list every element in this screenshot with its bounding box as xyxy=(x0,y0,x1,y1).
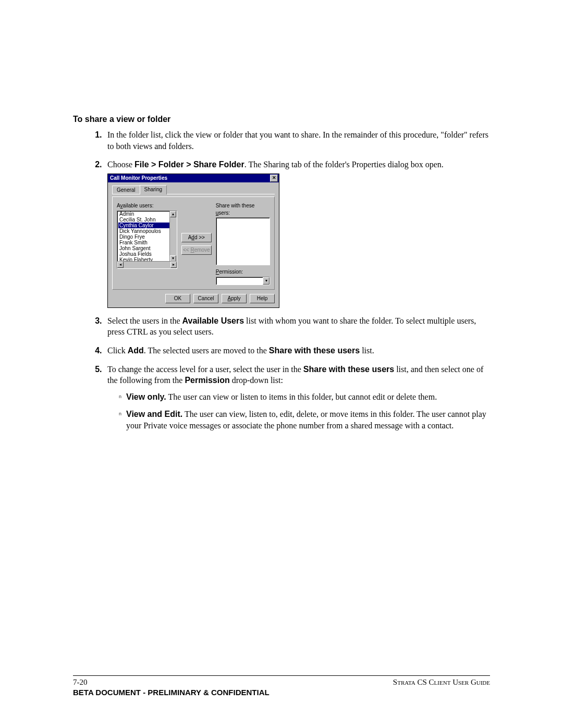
help-button[interactable]: Help xyxy=(250,294,275,303)
list-item[interactable]: Dick Yannopoulos xyxy=(118,228,170,234)
scroll-left-icon[interactable]: ◂ xyxy=(117,262,124,268)
step-4-b: . The selected users are moved to the xyxy=(144,346,269,355)
available-users-listbox[interactable]: AdminCecilia St. JohnCynthia CaylorDick … xyxy=(117,211,177,269)
steps-list: In the folder list, click the view or fo… xyxy=(94,129,490,431)
step-2: Choose File > Folder > Share Folder. The… xyxy=(104,159,490,308)
list-item[interactable]: John Sargent xyxy=(118,245,170,251)
vertical-scrollbar[interactable]: ▴ ▾ xyxy=(169,211,177,262)
horizontal-scrollbar[interactable]: ◂ ▸ xyxy=(117,261,177,268)
scroll-right-icon[interactable]: ▸ xyxy=(170,262,177,268)
remove-button[interactable]: << Remove xyxy=(181,245,212,255)
step-5-c: drop-down list: xyxy=(230,376,283,385)
apply-button[interactable]: Apply xyxy=(222,294,247,303)
chevron-down-icon[interactable]: ▾ xyxy=(263,277,270,285)
dialog-title: Call Monitor Properties xyxy=(110,175,167,182)
option-view-only-text: The user can view or listen to items in … xyxy=(166,392,437,401)
tab-sharing[interactable]: Sharing xyxy=(140,185,167,195)
share-users-label: Share with these users: xyxy=(216,202,270,216)
list-item[interactable]: Admin xyxy=(118,211,170,217)
step-4-c: list. xyxy=(360,346,374,355)
step-2-text-b: . The Sharing tab of the folder's Proper… xyxy=(244,160,444,169)
permission-value xyxy=(216,277,263,285)
step-3-a: Select the users in the xyxy=(107,316,182,325)
step-3-bold: Available Users xyxy=(182,316,244,325)
close-icon[interactable]: ✕ xyxy=(270,175,278,182)
step-2-bold: File > Folder > Share Folder xyxy=(134,160,244,169)
sharing-panel: Available users: AdminCecilia St. JohnCy… xyxy=(112,196,275,290)
step-4-bold1: Add xyxy=(128,346,144,355)
step-5-bold2: Permission xyxy=(185,376,229,385)
list-item[interactable]: Joshua Fields xyxy=(118,251,170,257)
step-1-text: In the folder list, click the view or fo… xyxy=(107,130,488,151)
step-1: In the folder list, click the view or fo… xyxy=(104,129,490,152)
step-5-bold1: Share with these users xyxy=(303,365,394,374)
step-3: Select the users in the Available Users … xyxy=(104,315,490,338)
permission-dropdown[interactable]: ▾ xyxy=(216,277,270,285)
permission-label: Permission: xyxy=(216,268,270,276)
scroll-up-icon[interactable]: ▴ xyxy=(170,211,176,217)
list-item[interactable]: Frank Smith xyxy=(118,240,170,245)
option-view-edit: View and Edit. The user can view, listen… xyxy=(119,409,490,431)
cancel-button[interactable]: Cancel xyxy=(193,294,218,303)
ok-button[interactable]: OK xyxy=(165,294,190,303)
dialog-button-row: OK Cancel Apply Help xyxy=(112,294,275,303)
section-heading: To share a view or folder xyxy=(73,115,490,124)
list-item[interactable]: Cecilia St. John xyxy=(118,217,170,223)
footer-guide-title: Strata CS Client User Guide xyxy=(393,678,490,687)
dialog-body: General Sharing Available users: AdminCe… xyxy=(108,182,279,307)
document-page: To share a view or folder In the folder … xyxy=(0,0,563,728)
step-4: Click Add. The selected users are moved … xyxy=(104,345,490,356)
option-view-only: View only. The user can view or listen t… xyxy=(119,391,490,403)
page-number: 7-20 xyxy=(73,678,88,687)
footer-confidential: BETA DOCUMENT - PRELIMINARY & CONFIDENTI… xyxy=(73,688,490,697)
list-item[interactable]: Cynthia Caylor xyxy=(118,223,170,228)
tab-general[interactable]: General xyxy=(112,186,140,194)
tab-strip: General Sharing xyxy=(112,184,275,195)
available-users-label: Available users: xyxy=(117,202,177,209)
step-5-a: To change the access level for a user, s… xyxy=(107,365,303,374)
option-view-edit-label: View and Edit. xyxy=(126,410,182,418)
footer-rule xyxy=(73,675,490,676)
permission-options-list: View only. The user can view or listen t… xyxy=(119,391,490,431)
dialog-titlebar: Call Monitor Properties ✕ xyxy=(108,174,279,182)
option-view-only-label: View only. xyxy=(126,392,166,401)
share-users-listbox[interactable] xyxy=(216,217,270,265)
add-button[interactable]: Add >> xyxy=(181,233,212,242)
step-2-text-a: Choose xyxy=(107,160,134,169)
dialog-call-monitor-properties: Call Monitor Properties ✕ General Sharin… xyxy=(107,174,279,308)
step-4-bold2: Share with these users xyxy=(269,346,360,355)
step-5: To change the access level for a user, s… xyxy=(104,364,490,431)
list-item[interactable]: Dingo Frye xyxy=(118,234,170,240)
step-4-a: Click xyxy=(107,346,128,355)
page-footer: 7-20 Strata CS Client User Guide BETA DO… xyxy=(73,675,490,697)
